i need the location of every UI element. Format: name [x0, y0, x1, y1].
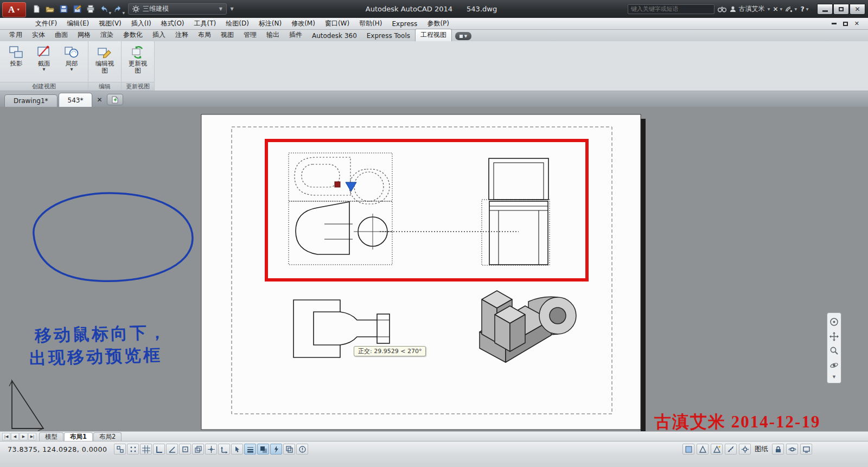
- menu-insert[interactable]: 插入(I): [126, 18, 156, 29]
- annotation-visibility-icon[interactable]: [697, 444, 709, 455]
- menu-modify[interactable]: 修改(M): [286, 18, 320, 29]
- infer-constraints-icon[interactable]: [114, 444, 126, 455]
- isolate-objects-icon[interactable]: [786, 444, 798, 455]
- doc-restore-button[interactable]: [843, 22, 848, 26]
- exchange-apps-button[interactable]: ✕▼: [773, 4, 782, 15]
- ribbon-tab-insert[interactable]: 插入: [148, 29, 170, 41]
- menu-window[interactable]: 窗口(W): [320, 18, 354, 29]
- paper-space-label[interactable]: 图纸: [755, 445, 768, 454]
- menu-view[interactable]: 视图(V): [94, 18, 126, 29]
- edit-view-button[interactable]: 编辑视图: [92, 43, 117, 74]
- ribbon-tab-annotate[interactable]: 注释: [170, 29, 193, 41]
- menu-help[interactable]: 帮助(H): [354, 18, 387, 29]
- tab-layout2[interactable]: 布局2: [93, 432, 122, 441]
- section-view-button[interactable]: 截面 ▼: [31, 43, 56, 72]
- polar-tracking-icon[interactable]: [166, 444, 178, 455]
- grid-icon[interactable]: [140, 444, 152, 455]
- search-button[interactable]: [717, 4, 727, 15]
- clean-screen-icon[interactable]: [800, 444, 812, 455]
- qat-customize-button[interactable]: ▼: [228, 3, 236, 15]
- ortho-icon[interactable]: [153, 444, 165, 455]
- annotation-scale-icon[interactable]: [725, 444, 737, 455]
- tab-layout1[interactable]: 布局1: [64, 432, 93, 441]
- lineweight-icon[interactable]: [244, 444, 256, 455]
- selection-cycling-icon[interactable]: [283, 444, 295, 455]
- ducs-icon[interactable]: [218, 444, 230, 455]
- ribbon-tab-autodesk360[interactable]: Autodesk 360: [307, 31, 362, 41]
- communication-center-button[interactable]: ▼: [785, 4, 797, 15]
- ribbon-tab-drawing-views[interactable]: 工程视图: [415, 29, 452, 41]
- ribbon-tab-solid[interactable]: 实体: [27, 29, 50, 41]
- last-layout-button[interactable]: ▶|: [28, 433, 36, 440]
- help-button[interactable]: ?▼: [800, 4, 809, 15]
- save-button[interactable]: [58, 3, 69, 15]
- restore-button[interactable]: [833, 4, 849, 15]
- pan-icon[interactable]: [829, 331, 839, 342]
- detail-view-button[interactable]: 局部 ▼: [59, 43, 84, 72]
- osnap-icon[interactable]: [179, 444, 191, 455]
- chevron-down-icon[interactable]: ▼: [833, 375, 835, 379]
- workspace-switch-icon[interactable]: [739, 444, 751, 455]
- workspace-dropdown[interactable]: 三维建模 ▼: [128, 3, 227, 15]
- annotation-autoscale-icon[interactable]: [711, 444, 723, 455]
- ribbon-tab-output[interactable]: 输出: [261, 29, 284, 41]
- menu-file[interactable]: 文件(F): [30, 18, 62, 29]
- sign-in-menu[interactable]: 古滇艾米 ▼: [730, 4, 770, 14]
- drawing-canvas[interactable]: 移动鼠标向下， 出现移动预览框 正交: 29.9529 < 270° 命令: *…: [0, 107, 868, 431]
- ribbon-tab-manage[interactable]: 管理: [239, 29, 261, 41]
- redo-button[interactable]: ▼: [112, 3, 124, 15]
- app-menu-button[interactable]: A▼: [2, 2, 26, 17]
- zoom-icon[interactable]: [829, 346, 839, 356]
- close-tab-button[interactable]: ✕: [97, 96, 102, 104]
- viewport-lock-icon[interactable]: [772, 444, 784, 455]
- menu-tools[interactable]: 工具(T): [189, 18, 221, 29]
- projection-view-button[interactable]: 投影: [4, 43, 29, 67]
- menu-dimension[interactable]: 标注(N): [254, 18, 286, 29]
- ribbon-options-button[interactable]: ▼: [455, 32, 471, 40]
- ribbon-tab-home[interactable]: 常用: [4, 29, 27, 41]
- transparency-icon[interactable]: [257, 444, 269, 455]
- snap-icon[interactable]: [127, 444, 139, 455]
- ribbon-tab-plugins[interactable]: 插件: [284, 29, 307, 41]
- first-layout-button[interactable]: |◀: [2, 433, 10, 440]
- ribbon-tab-parametric[interactable]: 参数化: [118, 29, 148, 41]
- annotation-monitor-icon[interactable]: [296, 444, 308, 455]
- ribbon-tab-surface[interactable]: 曲面: [50, 29, 73, 41]
- navigation-bar[interactable]: ▼: [827, 312, 841, 383]
- help-search-box[interactable]: [628, 4, 714, 14]
- object-track-icon[interactable]: [205, 444, 217, 455]
- menu-edit[interactable]: 编辑(E): [62, 18, 94, 29]
- prev-layout-button[interactable]: ◀: [11, 433, 19, 440]
- menu-express[interactable]: Express: [387, 18, 423, 29]
- file-tab-drawing1[interactable]: Drawing1*: [4, 94, 58, 107]
- menu-parametric[interactable]: 参数(P): [422, 18, 454, 29]
- minimize-button[interactable]: [817, 4, 833, 15]
- close-button[interactable]: ✕: [850, 4, 865, 15]
- ribbon-tab-layout[interactable]: 布局: [193, 29, 216, 41]
- new-drawing-button[interactable]: [107, 94, 123, 105]
- doc-close-button[interactable]: ✕: [854, 20, 859, 27]
- ribbon-tab-view[interactable]: 视图: [216, 29, 239, 41]
- menu-draw[interactable]: 绘图(D): [221, 18, 254, 29]
- ribbon-tab-mesh[interactable]: 网格: [73, 29, 95, 41]
- navigation-wheel-icon[interactable]: [829, 317, 839, 327]
- ribbon-tab-express-tools[interactable]: Express Tools: [362, 31, 415, 41]
- file-tab-543[interactable]: 543*: [59, 93, 93, 107]
- osnap-3d-icon[interactable]: [192, 444, 204, 455]
- ribbon-tab-render[interactable]: 渲染: [95, 29, 118, 41]
- doc-minimize-button[interactable]: [832, 23, 837, 24]
- undo-button[interactable]: ▼: [98, 3, 110, 15]
- model-paper-toggle-icon[interactable]: [682, 444, 694, 455]
- orbit-icon[interactable]: [829, 360, 839, 370]
- dynamic-input-icon[interactable]: [231, 444, 243, 455]
- save-as-button[interactable]: [71, 3, 83, 15]
- plot-button[interactable]: [85, 3, 97, 15]
- update-view-button[interactable]: 更新视图: [125, 43, 150, 74]
- new-file-button[interactable]: [30, 3, 42, 15]
- next-layout-button[interactable]: ▶: [20, 433, 28, 440]
- quick-properties-icon[interactable]: [270, 444, 282, 455]
- menu-format[interactable]: 格式(O): [156, 18, 189, 29]
- open-file-button[interactable]: [44, 3, 56, 15]
- search-input[interactable]: [631, 5, 711, 12]
- tab-model[interactable]: 模型: [39, 432, 63, 441]
